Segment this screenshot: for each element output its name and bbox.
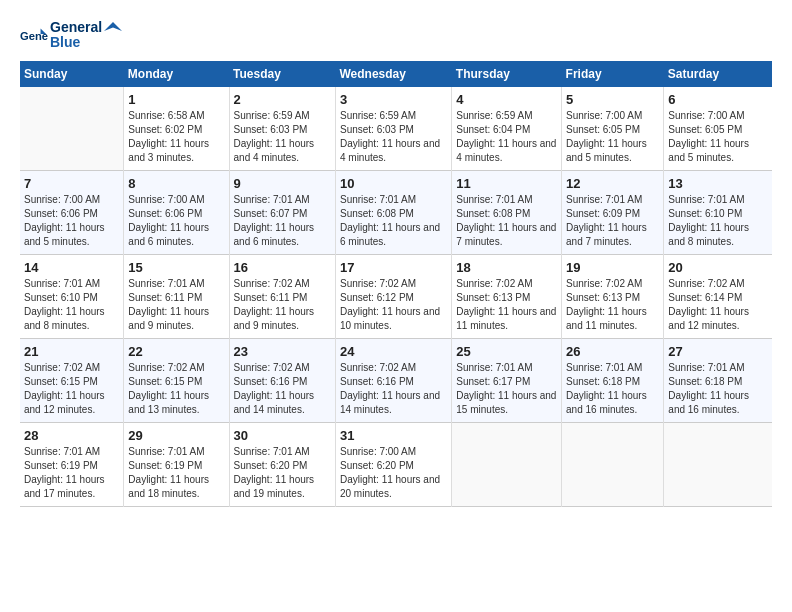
calendar-cell: 10Sunrise: 7:01 AMSunset: 6:08 PMDayligh… — [335, 170, 451, 254]
day-number: 28 — [24, 428, 119, 443]
calendar-week-5: 28Sunrise: 7:01 AMSunset: 6:19 PMDayligh… — [20, 422, 772, 506]
day-number: 19 — [566, 260, 659, 275]
day-number: 25 — [456, 344, 557, 359]
sunset-text: Sunset: 6:06 PM — [24, 207, 119, 221]
day-detail: Sunrise: 7:00 AMSunset: 6:05 PMDaylight:… — [668, 109, 768, 165]
day-number: 9 — [234, 176, 331, 191]
sunrise-text: Sunrise: 7:00 AM — [668, 109, 768, 123]
sunrise-text: Sunrise: 7:02 AM — [24, 361, 119, 375]
calendar-cell: 30Sunrise: 7:01 AMSunset: 6:20 PMDayligh… — [229, 422, 335, 506]
sunset-text: Sunset: 6:08 PM — [340, 207, 447, 221]
daylight-text: Daylight: 11 hours and 17 minutes. — [24, 473, 119, 501]
day-detail: Sunrise: 7:02 AMSunset: 6:16 PMDaylight:… — [340, 361, 447, 417]
calendar-cell: 16Sunrise: 7:02 AMSunset: 6:11 PMDayligh… — [229, 254, 335, 338]
calendar-cell: 15Sunrise: 7:01 AMSunset: 6:11 PMDayligh… — [124, 254, 229, 338]
day-number: 8 — [128, 176, 224, 191]
header-monday: Monday — [124, 61, 229, 87]
sunrise-text: Sunrise: 7:00 AM — [566, 109, 659, 123]
daylight-text: Daylight: 11 hours and 20 minutes. — [340, 473, 447, 501]
day-number: 30 — [234, 428, 331, 443]
sunrise-text: Sunrise: 7:01 AM — [340, 193, 447, 207]
calendar-cell: 8Sunrise: 7:00 AMSunset: 6:06 PMDaylight… — [124, 170, 229, 254]
daylight-text: Daylight: 11 hours and 13 minutes. — [128, 389, 224, 417]
sunset-text: Sunset: 6:14 PM — [668, 291, 768, 305]
sunrise-text: Sunrise: 7:01 AM — [456, 193, 557, 207]
sunset-text: Sunset: 6:16 PM — [340, 375, 447, 389]
day-detail: Sunrise: 7:02 AMSunset: 6:12 PMDaylight:… — [340, 277, 447, 333]
day-number: 20 — [668, 260, 768, 275]
svg-text:General: General — [20, 30, 48, 42]
daylight-text: Daylight: 11 hours and 14 minutes. — [234, 389, 331, 417]
day-number: 27 — [668, 344, 768, 359]
sunrise-text: Sunrise: 7:00 AM — [24, 193, 119, 207]
daylight-text: Daylight: 11 hours and 4 minutes. — [234, 137, 331, 165]
sunset-text: Sunset: 6:08 PM — [456, 207, 557, 221]
calendar-cell: 25Sunrise: 7:01 AMSunset: 6:17 PMDayligh… — [452, 338, 562, 422]
day-number: 15 — [128, 260, 224, 275]
day-detail: Sunrise: 7:01 AMSunset: 6:20 PMDaylight:… — [234, 445, 331, 501]
day-detail: Sunrise: 7:01 AMSunset: 6:08 PMDaylight:… — [456, 193, 557, 249]
calendar-cell: 23Sunrise: 7:02 AMSunset: 6:16 PMDayligh… — [229, 338, 335, 422]
sunrise-text: Sunrise: 7:01 AM — [24, 445, 119, 459]
calendar-cell: 24Sunrise: 7:02 AMSunset: 6:16 PMDayligh… — [335, 338, 451, 422]
calendar-cell: 2Sunrise: 6:59 AMSunset: 6:03 PMDaylight… — [229, 87, 335, 171]
calendar-header: Sunday Monday Tuesday Wednesday Thursday… — [20, 61, 772, 87]
sunrise-text: Sunrise: 7:02 AM — [340, 361, 447, 375]
sunset-text: Sunset: 6:03 PM — [340, 123, 447, 137]
day-number: 16 — [234, 260, 331, 275]
sunrise-text: Sunrise: 6:59 AM — [234, 109, 331, 123]
sunrise-text: Sunrise: 7:02 AM — [668, 277, 768, 291]
sunset-text: Sunset: 6:12 PM — [340, 291, 447, 305]
sunrise-text: Sunrise: 7:01 AM — [128, 445, 224, 459]
sunset-text: Sunset: 6:13 PM — [456, 291, 557, 305]
calendar-cell: 9Sunrise: 7:01 AMSunset: 6:07 PMDaylight… — [229, 170, 335, 254]
calendar-cell: 11Sunrise: 7:01 AMSunset: 6:08 PMDayligh… — [452, 170, 562, 254]
daylight-text: Daylight: 11 hours and 9 minutes. — [128, 305, 224, 333]
sunrise-text: Sunrise: 7:02 AM — [234, 277, 331, 291]
logo-icon: General — [20, 21, 48, 49]
day-detail: Sunrise: 7:00 AMSunset: 6:05 PMDaylight:… — [566, 109, 659, 165]
day-detail: Sunrise: 7:02 AMSunset: 6:15 PMDaylight:… — [128, 361, 224, 417]
sunset-text: Sunset: 6:07 PM — [234, 207, 331, 221]
day-detail: Sunrise: 6:58 AMSunset: 6:02 PMDaylight:… — [128, 109, 224, 165]
day-number: 29 — [128, 428, 224, 443]
sunrise-text: Sunrise: 7:01 AM — [668, 193, 768, 207]
day-number: 24 — [340, 344, 447, 359]
day-detail: Sunrise: 7:01 AMSunset: 6:11 PMDaylight:… — [128, 277, 224, 333]
daylight-text: Daylight: 11 hours and 5 minutes. — [566, 137, 659, 165]
sunset-text: Sunset: 6:17 PM — [456, 375, 557, 389]
sunrise-text: Sunrise: 7:01 AM — [456, 361, 557, 375]
sunset-text: Sunset: 6:10 PM — [24, 291, 119, 305]
day-number: 18 — [456, 260, 557, 275]
day-detail: Sunrise: 7:01 AMSunset: 6:19 PMDaylight:… — [24, 445, 119, 501]
day-number: 31 — [340, 428, 447, 443]
day-number: 5 — [566, 92, 659, 107]
daylight-text: Daylight: 11 hours and 5 minutes. — [668, 137, 768, 165]
day-number: 4 — [456, 92, 557, 107]
sunset-text: Sunset: 6:05 PM — [668, 123, 768, 137]
day-detail: Sunrise: 7:02 AMSunset: 6:14 PMDaylight:… — [668, 277, 768, 333]
day-number: 23 — [234, 344, 331, 359]
sunrise-text: Sunrise: 7:02 AM — [566, 277, 659, 291]
calendar-cell: 13Sunrise: 7:01 AMSunset: 6:10 PMDayligh… — [664, 170, 772, 254]
calendar-cell: 3Sunrise: 6:59 AMSunset: 6:03 PMDaylight… — [335, 87, 451, 171]
day-number: 22 — [128, 344, 224, 359]
day-number: 11 — [456, 176, 557, 191]
daylight-text: Daylight: 11 hours and 3 minutes. — [128, 137, 224, 165]
sunrise-text: Sunrise: 7:01 AM — [566, 193, 659, 207]
day-number: 6 — [668, 92, 768, 107]
calendar-cell: 12Sunrise: 7:01 AMSunset: 6:09 PMDayligh… — [562, 170, 664, 254]
day-detail: Sunrise: 6:59 AMSunset: 6:04 PMDaylight:… — [456, 109, 557, 165]
calendar-cell — [452, 422, 562, 506]
day-detail: Sunrise: 7:01 AMSunset: 6:10 PMDaylight:… — [24, 277, 119, 333]
calendar-cell: 5Sunrise: 7:00 AMSunset: 6:05 PMDaylight… — [562, 87, 664, 171]
daylight-text: Daylight: 11 hours and 7 minutes. — [456, 221, 557, 249]
calendar-cell: 6Sunrise: 7:00 AMSunset: 6:05 PMDaylight… — [664, 87, 772, 171]
daylight-text: Daylight: 11 hours and 5 minutes. — [24, 221, 119, 249]
daylight-text: Daylight: 11 hours and 15 minutes. — [456, 389, 557, 417]
calendar-cell: 31Sunrise: 7:00 AMSunset: 6:20 PMDayligh… — [335, 422, 451, 506]
day-number: 21 — [24, 344, 119, 359]
day-number: 26 — [566, 344, 659, 359]
day-detail: Sunrise: 7:01 AMSunset: 6:19 PMDaylight:… — [128, 445, 224, 501]
calendar-week-2: 7Sunrise: 7:00 AMSunset: 6:06 PMDaylight… — [20, 170, 772, 254]
